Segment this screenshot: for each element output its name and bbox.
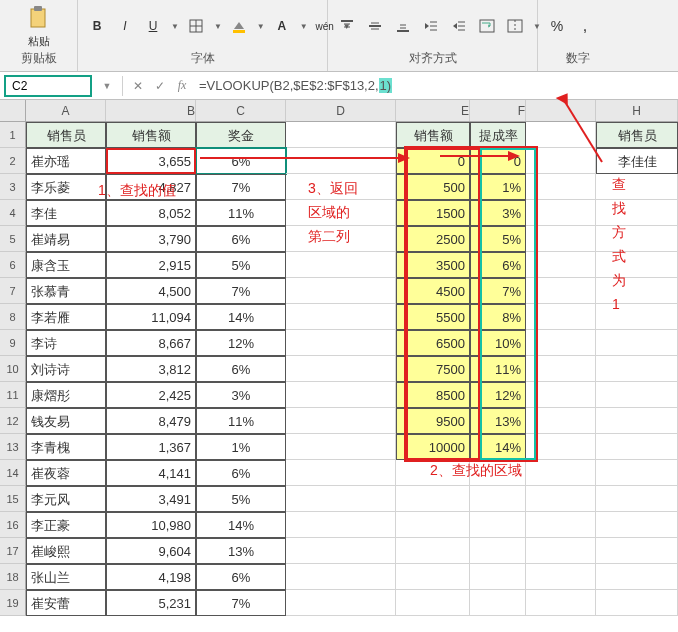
header-cell[interactable]: 提成率 [470,122,526,148]
cancel-icon[interactable]: ✕ [127,75,149,97]
align-top-button[interactable] [336,15,358,37]
cell[interactable] [596,304,678,330]
cell[interactable] [286,382,396,408]
cell[interactable] [286,174,396,200]
row-header[interactable]: 11 [0,382,26,408]
cell[interactable]: 1% [196,434,286,460]
cell[interactable] [526,408,596,434]
cell[interactable]: 9500 [396,408,470,434]
cell[interactable]: 李诗 [26,330,106,356]
cell[interactable]: 7% [196,278,286,304]
cell[interactable] [470,590,526,616]
cell[interactable] [596,512,678,538]
cell[interactable] [470,512,526,538]
cell[interactable] [596,434,678,460]
row-header[interactable]: 17 [0,538,26,564]
cell[interactable]: 1500 [396,200,470,226]
cell[interactable] [526,226,596,252]
cell[interactable]: 康含玉 [26,252,106,278]
cell[interactable] [526,330,596,356]
cell[interactable]: 崔安蕾 [26,590,106,616]
cell[interactable] [396,564,470,590]
cell[interactable] [526,278,596,304]
cell[interactable]: 8,052 [106,200,196,226]
cell[interactable] [470,460,526,486]
chevron-down-icon[interactable]: ▼ [257,22,265,31]
cell[interactable] [526,590,596,616]
cell[interactable] [596,590,678,616]
cell[interactable]: 5,231 [106,590,196,616]
cell[interactable]: 500 [396,174,470,200]
cell[interactable]: 14% [196,304,286,330]
row-header[interactable]: 13 [0,434,26,460]
cell[interactable] [286,278,396,304]
cell[interactable] [396,486,470,512]
percent-button[interactable]: % [546,15,568,37]
cell[interactable]: 11% [196,200,286,226]
row-header[interactable]: 15 [0,486,26,512]
cell[interactable] [526,564,596,590]
row-header[interactable]: 14 [0,460,26,486]
cell[interactable]: 7% [196,174,286,200]
col-header[interactable]: H [596,100,678,121]
cell[interactable]: 康熠彤 [26,382,106,408]
cell[interactable] [526,486,596,512]
increase-indent-button[interactable] [448,15,470,37]
cell[interactable]: 李正豪 [26,512,106,538]
cell[interactable]: 崔峻熙 [26,538,106,564]
cell[interactable]: 1,367 [106,434,196,460]
cell[interactable] [396,512,470,538]
cell[interactable] [286,148,396,174]
row-header[interactable]: 5 [0,226,26,252]
cell[interactable] [286,252,396,278]
cell[interactable]: 11% [196,408,286,434]
row-header[interactable]: 9 [0,330,26,356]
col-header[interactable]: E [396,100,470,121]
cell[interactable]: 崔靖易 [26,226,106,252]
cell[interactable] [396,538,470,564]
border-button[interactable] [185,15,207,37]
row-header[interactable]: 10 [0,356,26,382]
cell[interactable]: 12% [470,382,526,408]
cell[interactable]: 6% [196,148,286,174]
cell[interactable] [526,460,596,486]
row-header[interactable]: 3 [0,174,26,200]
cell[interactable] [596,460,678,486]
cell[interactable] [396,460,470,486]
cell[interactable]: 5% [196,252,286,278]
cell[interactable] [596,200,678,226]
row-header[interactable]: 2 [0,148,26,174]
italic-button[interactable]: I [114,15,136,37]
cell[interactable] [286,200,396,226]
cell[interactable]: 11,094 [106,304,196,330]
cell[interactable]: 3% [470,200,526,226]
fill-color-button[interactable] [228,15,250,37]
cell[interactable] [526,382,596,408]
cell[interactable]: 2,915 [106,252,196,278]
col-header[interactable]: D [286,100,396,121]
header-cell[interactable]: 销售员 [596,122,678,148]
cell[interactable] [470,564,526,590]
cell[interactable] [526,174,596,200]
cell[interactable]: 6% [196,460,286,486]
cell[interactable]: 崔夜蓉 [26,460,106,486]
spreadsheet-grid[interactable]: 1、查找的值 3、返回 区域的 第二列 2、查找的区域 查 找 方 式 为 1 … [0,122,678,616]
cell[interactable]: 张山兰 [26,564,106,590]
cell[interactable] [286,122,396,148]
accept-icon[interactable]: ✓ [149,75,171,97]
cell[interactable] [596,564,678,590]
cell[interactable]: 8500 [396,382,470,408]
header-cell[interactable]: 销售额 [106,122,196,148]
chevron-down-icon[interactable]: ▼ [96,75,118,97]
cell[interactable]: 钱友易 [26,408,106,434]
cell[interactable] [596,330,678,356]
cell[interactable]: 8% [470,304,526,330]
row-header[interactable]: 16 [0,512,26,538]
cell[interactable] [286,564,396,590]
cell[interactable]: 李青槐 [26,434,106,460]
col-header[interactable]: C [196,100,286,121]
merge-button[interactable] [504,15,526,37]
cell[interactable] [596,486,678,512]
cell[interactable] [286,538,396,564]
cell[interactable]: 4,198 [106,564,196,590]
